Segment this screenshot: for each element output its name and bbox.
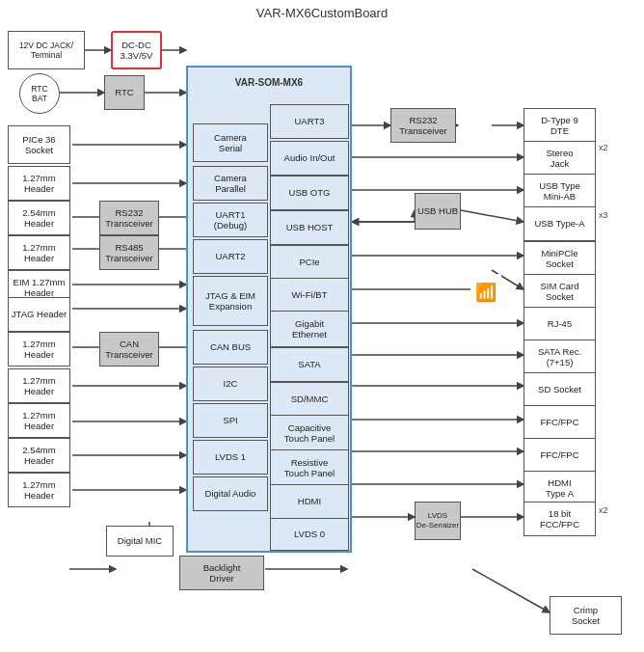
uart1-box: UART1(Debug) <box>193 203 268 237</box>
cap-touch-label: CapacitiveTouch Panel <box>284 422 335 445</box>
res-touch-label: ResistiveTouch Panel <box>284 457 335 479</box>
usb-miniab-label: USB TypeMini-AB <box>539 180 580 203</box>
usb-otg-box: USB OTG <box>270 176 349 210</box>
cam-serial-label: CameraSerial <box>214 132 247 154</box>
rs232-trans-right-box: RS232Transceiver <box>390 108 456 143</box>
usb-miniab-box: USB TypeMini-AB <box>523 174 596 208</box>
gigabit-eth-label: GigabitEthernet <box>292 318 327 340</box>
wifi-antenna-icon: 📶 <box>475 283 496 304</box>
usb-hub-label: USB HUB <box>417 205 458 216</box>
rs232-trans-left-label: RS232Transceiver <box>105 207 152 230</box>
cam-parallel-label: CameraParallel <box>214 173 247 195</box>
hdmi-box: HDMI <box>270 484 349 519</box>
crimp-socket-label: CrimpSocket <box>572 605 600 627</box>
sd-mmc-label: SD/MMC <box>291 394 329 404</box>
minipcle-box: MiniPCleSocket <box>523 241 596 276</box>
minipcle-label: MiniPCleSocket <box>541 248 577 270</box>
cam-serial-box: CameraSerial <box>193 123 268 162</box>
digital-mic-label: Digital MIC <box>118 535 162 546</box>
stereo-jack-label: StereoJack <box>547 148 574 170</box>
ffc-fpc2-label: FFC/FPC <box>540 449 578 460</box>
can-trans-label: CANTransceiver <box>105 339 152 361</box>
i2c-label: I2C <box>224 378 238 389</box>
can-bus-label: CAN BUS <box>210 341 251 352</box>
lvds0-box: LVDS 0 <box>270 518 349 551</box>
cam-parallel-box: CameraParallel <box>193 166 268 201</box>
dc-dc-box: DC-DC3.3V/5V <box>111 31 162 69</box>
usb-host-label: USB HOST <box>286 222 334 232</box>
audio-inout-label: Audio In/Out <box>284 152 335 163</box>
crimp-socket-box: CrimpSocket <box>550 596 622 635</box>
spi-label: SPI <box>223 415 237 425</box>
pice36-box: PICe 36Socket <box>8 125 70 164</box>
usb-typea-label: USB Type-A <box>534 218 584 229</box>
h254-2-box: 2.54mmHeader <box>8 438 70 473</box>
h127-1-box: 1.27mmHeader <box>8 166 70 201</box>
uart2-label: UART2 <box>216 251 246 261</box>
backlight-box: BacklightDriver <box>179 556 264 590</box>
h254-1-label: 2.54mmHeader <box>22 207 55 230</box>
var-som-label: VAR-SOM-MX6 <box>188 77 350 88</box>
x2-stereo-label: x2 <box>599 143 608 152</box>
sata-rec-box: SATA Rec.(7+15) <box>523 340 596 374</box>
h127-5-label: 1.27mmHeader <box>22 410 55 432</box>
sd-socket-label: SD Socket <box>538 384 581 394</box>
uart1-label: UART1(Debug) <box>214 209 247 231</box>
wifi-antenna-box: 📶 <box>470 274 501 312</box>
h127-3-box: 1.27mmHeader <box>8 332 70 367</box>
uart3-box: UART3 <box>270 104 349 139</box>
backlight-label: BacklightDriver <box>203 562 241 584</box>
lvds1-box: LVDS 1 <box>193 440 268 475</box>
x2-fcc-label: x2 <box>599 505 608 515</box>
h127-2-label: 1.27mmHeader <box>22 242 55 264</box>
fcc18bit-label: 18 bitFCC/FPC <box>540 508 579 530</box>
h127-3-label: 1.27mmHeader <box>22 339 55 361</box>
ffc-fpc1-label: FFC/FPC <box>540 417 578 427</box>
res-touch-box: ResistiveTouch Panel <box>270 449 349 486</box>
diagram: VAR-MX6CustomBoard <box>0 0 644 652</box>
pice36-label: PICe 36Socket <box>22 134 55 156</box>
h127-2-box: 1.27mmHeader <box>8 235 70 270</box>
rtc-label: RTC <box>115 87 133 97</box>
svg-line-31 <box>461 210 523 222</box>
lvds1-label: LVDS 1 <box>215 451 246 462</box>
can-bus-box: CAN BUS <box>193 330 268 365</box>
hdmi-typea-box: HDMIType A <box>523 471 596 505</box>
lvds0-label: LVDS 0 <box>294 529 325 539</box>
digital-audio-box: Digital Audio <box>193 476 268 511</box>
lvds-deser-label: LVDSDe-Serialzer <box>416 511 459 530</box>
wifi-bt-label: Wi-Fi/BT <box>292 289 328 300</box>
svg-line-23 <box>472 569 550 612</box>
cap-touch-box: CapacitiveTouch Panel <box>270 415 349 451</box>
rs485-trans-label: RS485Transceiver <box>105 242 152 264</box>
dc-dc-label: DC-DC3.3V/5V <box>121 40 153 62</box>
dtype9-box: D-Type 9DTE <box>523 108 596 143</box>
stereo-jack-box: StereoJack <box>523 141 596 176</box>
hdmi-label: HDMI <box>298 496 321 506</box>
rj45-label: RJ-45 <box>548 318 572 329</box>
h127-1-label: 1.27mmHeader <box>22 173 55 195</box>
ffc-fpc2-box: FFC/FPC <box>523 438 596 473</box>
jtag-hdr-label: JTAG Header <box>12 309 67 319</box>
sd-mmc-box: SD/MMC <box>270 382 349 417</box>
pcie-box: PCIe <box>270 245 349 280</box>
rtc-box: RTC <box>104 75 145 110</box>
sata-rec-label: SATA Rec.(7+15) <box>538 346 581 368</box>
h127-6-box: 1.27mmHeader <box>8 473 70 507</box>
lvds-deser-box: LVDSDe-Serialzer <box>415 502 461 540</box>
jtag-hdr-box: JTAG Header <box>8 297 70 332</box>
x3-usb-label: x3 <box>599 210 608 220</box>
h127-5-box: 1.27mmHeader <box>8 403 70 438</box>
rs232-trans-left-box: RS232Transceiver <box>99 201 159 235</box>
usb-host-box: USB HOST <box>270 210 349 245</box>
digital-mic-box: Digital MIC <box>106 526 174 557</box>
eim127-label: EIM 1.27mmHeader <box>13 277 66 299</box>
fcc18bit-box: 18 bitFCC/FPC <box>523 502 596 536</box>
page-title: VAR-MX6CustomBoard <box>0 0 644 20</box>
usb-typea-box: USB Type-A <box>523 206 596 241</box>
i2c-box: I2C <box>193 367 268 401</box>
digital-audio-label: Digital Audio <box>205 488 256 499</box>
h254-2-label: 2.54mmHeader <box>22 445 55 467</box>
jtag-eim-box: JTAG & EIMExpansion <box>193 276 268 326</box>
rtc-bat-box: RTCBAT <box>19 73 60 114</box>
